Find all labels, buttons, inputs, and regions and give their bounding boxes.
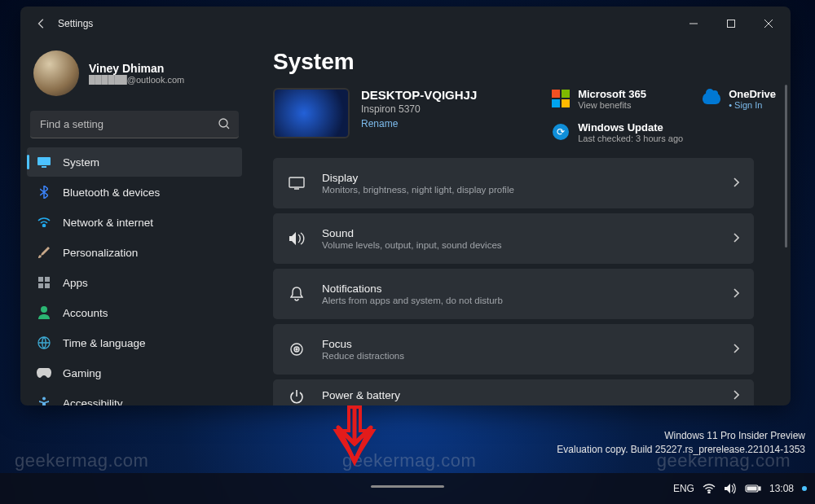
focus-icon bbox=[288, 342, 306, 357]
notification-dot-icon[interactable] bbox=[802, 486, 807, 491]
window-title: Settings bbox=[58, 18, 93, 29]
search-container bbox=[30, 111, 239, 138]
sidebar-item-label: Accounts bbox=[63, 307, 108, 319]
sidebar-item-time[interactable]: Time & language bbox=[27, 328, 242, 357]
settings-card-power[interactable]: Power & battery bbox=[273, 379, 754, 405]
svg-rect-8 bbox=[38, 283, 43, 288]
svg-point-17 bbox=[708, 492, 710, 493]
svg-point-12 bbox=[42, 397, 46, 401]
page-title: System bbox=[273, 49, 776, 75]
watermark: geekermag.com bbox=[657, 450, 791, 471]
onedrive-signin-link[interactable]: • Sign In bbox=[729, 100, 776, 110]
chevron-right-icon bbox=[733, 177, 739, 190]
quick-ms365[interactable]: Microsoft 365 View benefits bbox=[552, 88, 683, 110]
person-icon bbox=[37, 305, 51, 320]
quick-windows-update[interactable]: ⟳ Windows Update Last checked: 3 hours a… bbox=[552, 121, 683, 143]
ms365-sub: View benefits bbox=[578, 100, 646, 110]
svg-rect-4 bbox=[42, 166, 46, 168]
settings-card-sound[interactable]: SoundVolume levels, output, input, sound… bbox=[273, 213, 754, 264]
taskbar-clock[interactable]: 13:08 bbox=[769, 483, 794, 494]
settings-card-display[interactable]: DisplayMonitors, brightness, night light… bbox=[273, 158, 754, 208]
settings-card-focus[interactable]: FocusReduce distractions bbox=[273, 324, 754, 375]
sidebar-item-accessibility[interactable]: Accessibility bbox=[27, 388, 242, 405]
svg-rect-13 bbox=[289, 177, 304, 187]
brush-icon bbox=[37, 245, 51, 260]
card-title: Sound bbox=[322, 227, 716, 239]
sidebar: Viney Dhiman ██████@outlook.com SystemBl… bbox=[20, 41, 249, 405]
card-title: Notifications bbox=[322, 283, 716, 295]
card-subtitle: Monitors, brightness, night light, displ… bbox=[322, 185, 716, 195]
profile-block[interactable]: Viney Dhiman ██████@outlook.com bbox=[25, 46, 244, 107]
maximize-button[interactable] bbox=[712, 11, 750, 37]
settings-window: Settings Viney Dhiman ██████@outlook.com… bbox=[20, 7, 791, 405]
taskbar-handle[interactable] bbox=[371, 485, 444, 488]
accessibility-icon bbox=[37, 396, 51, 405]
watermark: geekermag.com bbox=[15, 450, 148, 471]
sidebar-item-bluetooth[interactable]: Bluetooth & devices bbox=[27, 177, 242, 207]
sidebar-item-personalization[interactable]: Personalization bbox=[27, 238, 242, 267]
settings-list: DisplayMonitors, brightness, night light… bbox=[273, 158, 776, 405]
svg-rect-3 bbox=[37, 157, 51, 165]
wifi-icon bbox=[37, 215, 51, 230]
back-button[interactable] bbox=[27, 9, 56, 38]
settings-card-notifications[interactable]: NotificationsAlerts from apps and system… bbox=[273, 269, 754, 319]
card-title: Display bbox=[322, 172, 716, 184]
chevron-right-icon bbox=[733, 343, 739, 356]
chevron-right-icon bbox=[733, 287, 739, 300]
svg-rect-19 bbox=[759, 487, 760, 490]
bell-icon bbox=[288, 287, 306, 301]
svg-rect-7 bbox=[45, 277, 50, 282]
svg-point-16 bbox=[296, 348, 297, 350]
card-title: Focus bbox=[322, 338, 716, 350]
svg-rect-6 bbox=[38, 277, 43, 282]
device-model: Inspiron 5370 bbox=[361, 103, 477, 115]
svg-rect-20 bbox=[747, 487, 756, 490]
globe-icon bbox=[37, 335, 51, 350]
update-title: Windows Update bbox=[578, 121, 683, 134]
sidebar-item-label: Time & language bbox=[63, 337, 146, 349]
card-subtitle: Volume levels, output, input, sound devi… bbox=[322, 240, 716, 250]
profile-email: ██████@outlook.com bbox=[89, 75, 184, 85]
svg-point-5 bbox=[43, 225, 46, 227]
onedrive-icon bbox=[703, 90, 720, 107]
onedrive-title: OneDrive bbox=[729, 88, 776, 100]
search-input[interactable] bbox=[30, 111, 239, 138]
gamepad-icon bbox=[37, 366, 51, 380]
minimize-button[interactable] bbox=[675, 11, 712, 37]
titlebar: Settings bbox=[20, 7, 791, 41]
taskbar[interactable]: ENG 13:08 bbox=[0, 473, 815, 504]
svg-point-2 bbox=[219, 119, 227, 127]
sidebar-item-accounts[interactable]: Accounts bbox=[27, 298, 242, 327]
sidebar-item-gaming[interactable]: Gaming bbox=[27, 358, 242, 388]
annotation-arrow-icon bbox=[326, 403, 383, 468]
sidebar-item-label: Apps bbox=[63, 277, 88, 289]
sidebar-item-network[interactable]: Network & internet bbox=[27, 208, 242, 237]
card-title: Power & battery bbox=[322, 389, 716, 401]
rename-link[interactable]: Rename bbox=[361, 118, 477, 129]
bluetooth-icon bbox=[37, 185, 51, 199]
battery-icon[interactable] bbox=[745, 484, 761, 493]
quick-onedrive[interactable]: OneDrive • Sign In bbox=[703, 88, 776, 110]
profile-name: Viney Dhiman bbox=[89, 62, 184, 75]
sidebar-item-label: Bluetooth & devices bbox=[63, 186, 160, 199]
chevron-right-icon bbox=[733, 389, 739, 402]
device-name: DESKTOP-VQIGHJJ bbox=[361, 88, 477, 102]
card-subtitle: Reduce distractions bbox=[322, 351, 716, 361]
wifi-icon[interactable] bbox=[703, 484, 716, 493]
close-button[interactable] bbox=[750, 11, 787, 37]
card-subtitle: Alerts from apps and system, do not dist… bbox=[322, 296, 716, 305]
svg-point-10 bbox=[41, 306, 47, 313]
power-icon bbox=[288, 389, 306, 404]
volume-icon[interactable] bbox=[724, 483, 737, 494]
monitor-icon bbox=[288, 177, 306, 190]
sidebar-item-label: Personalization bbox=[63, 247, 138, 259]
sidebar-item-apps[interactable]: Apps bbox=[27, 268, 242, 297]
sidebar-item-system[interactable]: System bbox=[27, 147, 242, 177]
scrollbar-thumb[interactable] bbox=[785, 85, 787, 248]
taskbar-language[interactable]: ENG bbox=[673, 483, 694, 494]
search-icon[interactable] bbox=[218, 117, 231, 134]
windows-update-icon: ⟳ bbox=[552, 123, 570, 141]
device-card: DESKTOP-VQIGHJJ Inspiron 5370 Rename bbox=[273, 88, 477, 138]
device-thumbnail bbox=[273, 88, 350, 138]
sidebar-item-label: System bbox=[63, 156, 99, 169]
